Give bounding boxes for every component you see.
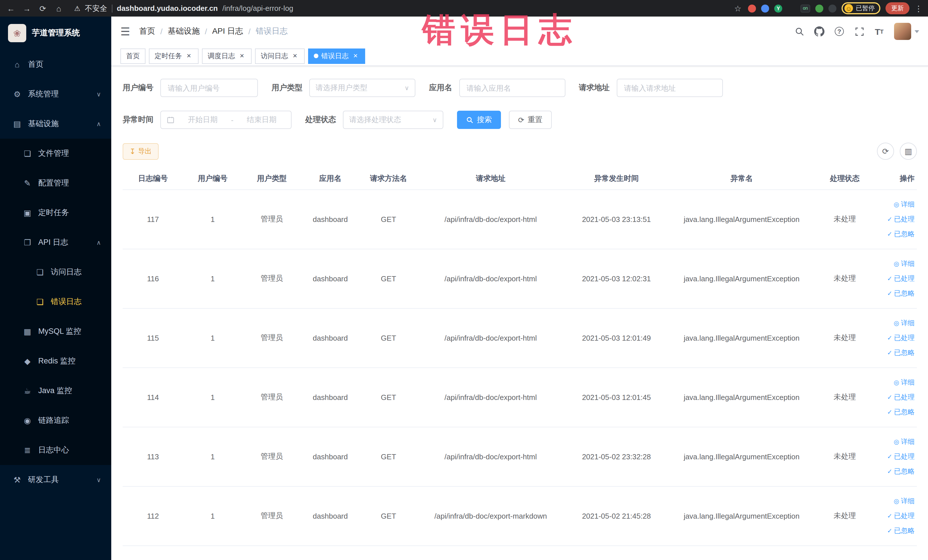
font-size-icon[interactable]: TT xyxy=(874,26,884,37)
app-name-input[interactable] xyxy=(459,79,565,97)
browser-toolbar: ← → ⟳ ⌂ ⚠ 不安全 dashboard.yudao.iocoder.cn… xyxy=(0,0,928,17)
extension-icon-on-badge[interactable]: on xyxy=(800,4,810,12)
process-status-select[interactable]: 请选择处理状态 ∨ xyxy=(343,111,443,129)
detail-link[interactable]: ◎详细 xyxy=(876,256,914,271)
sidebar-item-label: API 日志 xyxy=(38,237,68,248)
sidebar-item-config-manage[interactable]: ✎ 配置管理 xyxy=(0,168,111,198)
sidebar-item-redis-monitor[interactable]: ◆ Redis 监控 xyxy=(0,346,111,376)
check-icon: ✓ xyxy=(887,449,892,464)
app-logo[interactable]: ❀ 芋道管理系统 xyxy=(0,17,111,50)
help-icon[interactable]: ? xyxy=(834,26,844,37)
detail-link[interactable]: ◎详细 xyxy=(876,375,914,390)
sidebar-item-scheduled-jobs[interactable]: ▣ 定时任务 xyxy=(0,198,111,227)
ignore-link[interactable]: ✓已忽略 xyxy=(876,523,914,538)
search-button[interactable]: 搜索 xyxy=(457,111,501,129)
fullscreen-icon[interactable] xyxy=(854,26,864,37)
tab-home[interactable]: 首页 xyxy=(121,48,145,64)
column-settings-icon[interactable]: ▥ xyxy=(900,143,917,160)
cell-log-id: 114 xyxy=(123,368,183,427)
bookmark-star-icon[interactable]: ☆ xyxy=(733,4,743,13)
extension-icon-blue[interactable] xyxy=(761,4,769,12)
request-url-input[interactable] xyxy=(617,79,723,97)
sidebar-item-java-monitor[interactable]: ☕ Java 监控 xyxy=(0,376,111,406)
ignore-link[interactable]: ✓已忽略 xyxy=(876,286,914,301)
breadcrumb-item-home[interactable]: 首页 xyxy=(139,26,155,37)
extension-icon-paw[interactable] xyxy=(829,4,836,12)
sidebar-item-log-center[interactable]: ≣ 日志中心 xyxy=(0,435,111,465)
reset-button[interactable]: ⟳ 重置 xyxy=(509,111,552,129)
breadcrumb-item-api-log[interactable]: API 日志 xyxy=(212,26,243,37)
sidebar-item-devtools[interactable]: ⚒ 研发工具 ∨ xyxy=(0,465,111,495)
close-icon[interactable]: × xyxy=(291,52,299,60)
user-type-select[interactable]: 请选择用户类型 ∨ xyxy=(309,79,415,97)
detail-link[interactable]: ◎详细 xyxy=(876,316,914,330)
address-bar[interactable]: ⚠ 不安全 dashboard.yudao.iocoder.cn/infra/l… xyxy=(74,3,727,14)
extension-icon-y[interactable]: Y xyxy=(774,4,782,12)
update-button[interactable]: 更新 xyxy=(885,2,910,14)
forward-icon[interactable]: → xyxy=(22,4,32,13)
processed-link[interactable]: ✓已处理 xyxy=(876,508,914,523)
search-icon[interactable] xyxy=(794,26,804,37)
extension-icon-leaf[interactable] xyxy=(815,4,823,12)
detail-link[interactable]: ◎详细 xyxy=(876,434,914,449)
refresh-icon[interactable]: ⟳ xyxy=(877,143,894,160)
close-icon[interactable]: × xyxy=(185,52,193,60)
detail-link[interactable]: ◎详细 xyxy=(876,493,914,508)
sidebar-item-infra[interactable]: ▤ 基础设施 ∧ xyxy=(0,109,111,139)
back-icon[interactable]: ← xyxy=(6,4,16,13)
sidebar-item-system[interactable]: ⚙ 系统管理 ∨ xyxy=(0,79,111,109)
tab-schedule-log[interactable]: 调度日志× xyxy=(202,48,252,64)
check-icon: ✓ xyxy=(887,464,892,479)
sidebar-item-error-log[interactable]: ❏ 错误日志 xyxy=(0,287,111,317)
sidebar-item-api-log[interactable]: ❐ API 日志 ∧ xyxy=(0,227,111,257)
user-id-input[interactable] xyxy=(160,79,258,97)
sidebar-item-tracing[interactable]: ◉ 链路追踪 xyxy=(0,406,111,435)
profile-chip[interactable]: ☺ 已暂停 xyxy=(841,2,881,14)
action-label: 详细 xyxy=(901,256,914,271)
cell-status: 未处理 xyxy=(814,368,876,427)
processed-link[interactable]: ✓已处理 xyxy=(876,212,914,226)
processed-link[interactable]: ✓已处理 xyxy=(876,330,914,345)
tab-access-log[interactable]: 访问日志× xyxy=(255,48,305,64)
tab-scheduled-jobs[interactable]: 定时任务× xyxy=(149,48,198,64)
extension-icon-red[interactable] xyxy=(748,4,756,12)
page-header: ☰ 首页 / 基础设施 / API 日志 / 错误日志 ? xyxy=(111,17,928,46)
detail-link[interactable]: ◎详细 xyxy=(876,197,914,212)
check-icon: ✓ xyxy=(887,523,892,538)
ignore-link[interactable]: ✓已忽略 xyxy=(876,464,914,479)
ignore-link[interactable]: ✓已忽略 xyxy=(876,345,914,360)
tab-error-log[interactable]: 错误日志× xyxy=(308,48,365,64)
view-icon: ◎ xyxy=(894,197,899,212)
close-icon[interactable]: × xyxy=(238,52,246,60)
sidebar-item-home[interactable]: ⌂ 首页 xyxy=(0,50,111,79)
processed-link[interactable]: ✓已处理 xyxy=(876,390,914,404)
action-label: 已处理 xyxy=(894,271,914,286)
close-icon[interactable]: × xyxy=(351,52,359,60)
sidebar-item-access-log[interactable]: ❏ 访问日志 xyxy=(0,257,111,287)
user-menu[interactable] xyxy=(894,23,919,40)
github-icon[interactable] xyxy=(814,26,824,37)
gear-icon: ⚙ xyxy=(12,90,22,99)
menu-kebab-icon[interactable]: ⋮ xyxy=(914,4,923,13)
sidebar-item-label: Redis 监控 xyxy=(38,356,76,366)
action-label: 已处理 xyxy=(894,212,914,226)
cell-method: GET xyxy=(359,486,418,545)
ignore-link[interactable]: ✓已忽略 xyxy=(876,226,914,241)
column-header: 异常名 xyxy=(670,168,814,189)
export-button[interactable]: ↧ 导出 xyxy=(123,143,159,159)
ignore-link[interactable]: ✓已忽略 xyxy=(876,404,914,420)
sidebar-item-mysql-monitor[interactable]: ▦ MySQL 监控 xyxy=(0,317,111,346)
cell-url: /api/infra/db-doc/export-html xyxy=(418,189,563,249)
column-header: 异常发生时间 xyxy=(563,168,670,189)
date-range-picker[interactable]: 开始日期 - 结束日期 xyxy=(160,111,292,129)
breadcrumb-separator: / xyxy=(249,27,251,36)
breadcrumb-item-infra[interactable]: 基础设施 xyxy=(168,26,200,37)
extension-icon-grid[interactable] xyxy=(788,4,795,12)
sidebar-toggle-icon[interactable]: ☰ xyxy=(121,25,130,38)
sidebar-item-file-manage[interactable]: ❏ 文件管理 xyxy=(0,139,111,168)
action-label: 已忽略 xyxy=(894,345,914,360)
processed-link[interactable]: ✓已处理 xyxy=(876,271,914,286)
processed-link[interactable]: ✓已处理 xyxy=(876,449,914,464)
home-nav-icon[interactable]: ⌂ xyxy=(53,4,64,13)
reload-icon[interactable]: ⟳ xyxy=(38,4,48,13)
